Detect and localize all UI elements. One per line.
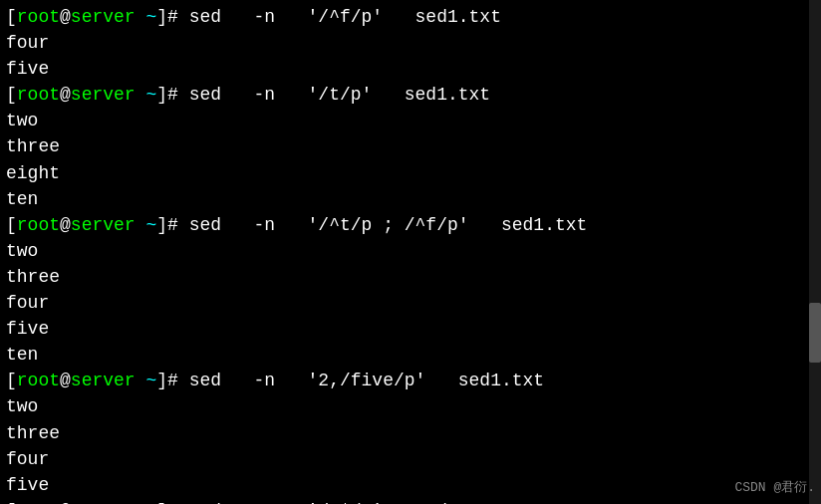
line-2: [root@server ~]# sed -n '/t/p' sed1.txt — [6, 82, 815, 108]
output-five-1: five — [6, 56, 815, 82]
line-1: [root@server ~]# sed -n '/^f/p' sed1.txt — [6, 4, 815, 30]
output-five-3: five — [6, 472, 815, 498]
output-four-2: four — [6, 290, 815, 316]
terminal-output: [root@server ~]# sed -n '/^f/p' sed1.txt… — [6, 4, 815, 504]
prompt-3: [root@server ~]# — [6, 215, 178, 235]
output-ten-1: ten — [6, 186, 815, 212]
output-eight-1: eight — [6, 160, 815, 186]
scrollbar[interactable] — [809, 0, 821, 504]
line-3: [root@server ~]# sed -n '/^t/p ; /^f/p' … — [6, 212, 815, 238]
output-two-1: two — [6, 108, 815, 133]
output-three-1: three — [6, 133, 815, 159]
output-four-1: four — [6, 30, 815, 56]
prompt-2: [root@server ~]# — [6, 85, 178, 105]
prompt-4: [root@server ~]# — [6, 371, 178, 390]
line-5: [root@server ~]# sed -n '/n$/p' sed1.txt — [6, 498, 815, 504]
output-five-2: five — [6, 316, 815, 342]
output-four-3: four — [6, 446, 815, 472]
output-ten-2: ten — [6, 342, 815, 368]
output-three-3: three — [6, 420, 815, 446]
scrollbar-thumb[interactable] — [809, 303, 821, 363]
output-two-3: two — [6, 393, 815, 419]
output-three-2: three — [6, 264, 815, 290]
terminal: [root@server ~]# sed -n '/^f/p' sed1.txt… — [0, 0, 821, 504]
line-4: [root@server ~]# sed -n '2,/five/p' sed1… — [6, 368, 815, 393]
watermark: CSDN @君衍. — [734, 479, 815, 498]
prompt-1: [root@server ~]# — [6, 7, 178, 27]
output-two-2: two — [6, 238, 815, 264]
